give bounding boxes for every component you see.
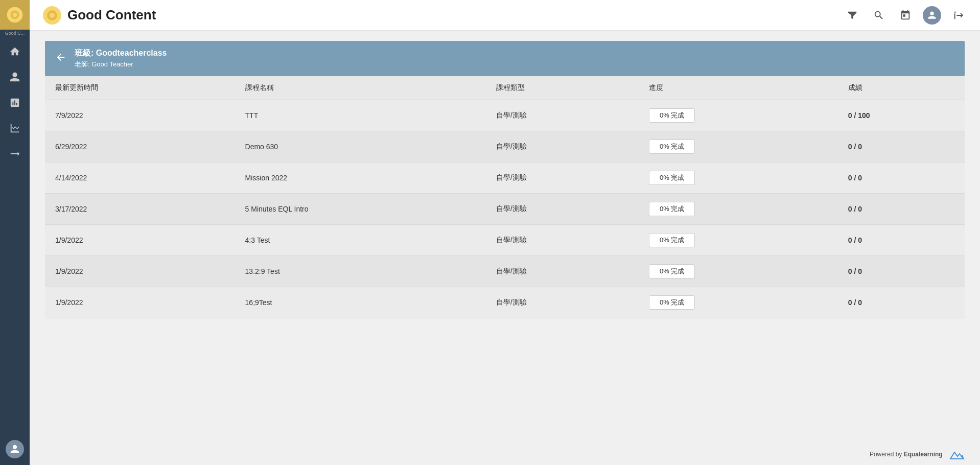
avatar-circle xyxy=(6,440,24,458)
table-row[interactable]: 3/17/20225 Minutes EQL Intro自學/測驗0% 完成0 … xyxy=(45,194,965,225)
progress-badge: 0% 完成 xyxy=(649,108,695,123)
progress-badge: 0% 完成 xyxy=(649,264,695,278)
cell-course-name[interactable]: 5 Minutes EQL Intro xyxy=(235,194,486,225)
cell-score: 0 / 0 xyxy=(838,162,965,194)
powered-by-label: Powered by xyxy=(870,451,904,458)
page-content: 班級: Goodteacherclass 老師: Good Teacher 最新… xyxy=(30,31,980,446)
sidebar-item-chart[interactable] xyxy=(0,141,30,167)
svg-point-2 xyxy=(13,13,17,17)
col-progress: 進度 xyxy=(639,76,838,100)
cell-date: 4/14/2022 xyxy=(45,162,235,194)
class-info: 班級: Goodteacherclass 老師: Good Teacher xyxy=(75,48,167,69)
cell-course-type: 自學/測驗 xyxy=(486,131,639,162)
user-profile-button[interactable] xyxy=(923,6,941,25)
sidebar-tab-text: Good C... xyxy=(0,30,30,39)
cell-course-type: 自學/測驗 xyxy=(486,287,639,318)
sidebar-user-avatar[interactable] xyxy=(0,435,30,465)
cell-progress: 0% 完成 xyxy=(639,225,838,256)
sidebar-item-home[interactable] xyxy=(0,39,30,64)
sidebar-item-report[interactable] xyxy=(0,90,30,115)
cell-progress: 0% 完成 xyxy=(639,100,838,131)
cell-course-name[interactable]: 4:3 Test xyxy=(235,225,486,256)
calendar-button[interactable] xyxy=(896,6,915,25)
courses-table-wrapper: 最新更新時間 課程名稱 課程類型 進度 成績 7/9/2022TTT自學/測驗0… xyxy=(45,76,965,318)
cell-progress: 0% 完成 xyxy=(639,194,838,225)
progress-badge: 0% 完成 xyxy=(649,295,695,310)
table-row[interactable]: 1/9/202213.2:9 Test自學/測驗0% 完成0 / 0 xyxy=(45,256,965,287)
cell-progress: 0% 完成 xyxy=(639,256,838,287)
col-date: 最新更新時間 xyxy=(45,76,235,100)
sidebar-item-stats[interactable] xyxy=(0,115,30,141)
search-button[interactable] xyxy=(870,6,888,25)
class-title: 班級: Goodteacherclass xyxy=(75,48,167,59)
cell-date: 7/9/2022 xyxy=(45,100,235,131)
table-row[interactable]: 7/9/2022TTT自學/測驗0% 完成0 / 100 xyxy=(45,100,965,131)
svg-point-5 xyxy=(50,13,55,18)
col-score: 成績 xyxy=(838,76,965,100)
progress-badge: 0% 完成 xyxy=(649,171,695,185)
cell-score: 0 / 0 xyxy=(838,225,965,256)
cell-date: 1/9/2022 xyxy=(45,287,235,318)
col-type: 課程類型 xyxy=(486,76,639,100)
class-teacher: 老師: Good Teacher xyxy=(75,60,167,69)
cell-date: 6/29/2022 xyxy=(45,131,235,162)
cell-course-name[interactable]: Demo 630 xyxy=(235,131,486,162)
cell-score: 0 / 0 xyxy=(838,194,965,225)
sidebar-logo-icon xyxy=(0,0,30,30)
header-logo xyxy=(42,5,62,26)
cell-course-name[interactable]: TTT xyxy=(235,100,486,131)
progress-badge: 0% 完成 xyxy=(649,233,695,247)
cell-course-name[interactable]: 13.2:9 Test xyxy=(235,256,486,287)
logout-button[interactable] xyxy=(949,6,968,25)
cell-course-type: 自學/測驗 xyxy=(486,162,639,194)
cell-date: 1/9/2022 xyxy=(45,256,235,287)
app-title: Good Content xyxy=(67,7,835,23)
cell-progress: 0% 完成 xyxy=(639,287,838,318)
cell-date: 3/17/2022 xyxy=(45,194,235,225)
back-button[interactable] xyxy=(55,52,66,65)
table-row[interactable]: 6/29/2022Demo 630自學/測驗0% 完成0 / 0 xyxy=(45,131,965,162)
brand-name: Equalearning xyxy=(904,451,943,458)
sidebar-item-user[interactable] xyxy=(0,64,30,90)
cell-score: 0 / 0 xyxy=(838,287,965,318)
cell-course-type: 自學/測驗 xyxy=(486,194,639,225)
sidebar: Good C... xyxy=(0,0,30,465)
table-row[interactable]: 1/9/202216;9Test自學/測驗0% 完成0 / 0 xyxy=(45,287,965,318)
cell-score: 0 / 0 xyxy=(838,131,965,162)
cell-score: 0 / 100 xyxy=(838,100,965,131)
filter-button[interactable] xyxy=(843,6,861,25)
progress-badge: 0% 完成 xyxy=(649,140,695,154)
table-row[interactable]: 1/9/20224:3 Test自學/測驗0% 完成0 / 0 xyxy=(45,225,965,256)
table-header-row: 最新更新時間 課程名稱 課程類型 進度 成績 xyxy=(45,76,965,100)
cell-course-type: 自學/測驗 xyxy=(486,256,639,287)
table-row[interactable]: 4/14/2022Mission 2022自學/測驗0% 完成0 / 0 xyxy=(45,162,965,194)
cell-progress: 0% 完成 xyxy=(639,162,838,194)
courses-table: 最新更新時間 課程名稱 課程類型 進度 成績 7/9/2022TTT自學/測驗0… xyxy=(45,76,965,318)
col-name: 課程名稱 xyxy=(235,76,486,100)
cell-course-type: 自學/測驗 xyxy=(486,225,639,256)
cell-score: 0 / 0 xyxy=(838,256,965,287)
cell-date: 1/9/2022 xyxy=(45,225,235,256)
main-content-area: Good Content 班級: Goodteacherclass 老師: Go… xyxy=(30,0,980,465)
footer: Powered by Equalearning xyxy=(30,446,980,465)
progress-badge: 0% 完成 xyxy=(649,202,695,216)
cell-course-type: 自學/測驗 xyxy=(486,100,639,131)
cell-progress: 0% 完成 xyxy=(639,131,838,162)
table-body: 7/9/2022TTT自學/測驗0% 完成0 / 1006/29/2022Dem… xyxy=(45,100,965,318)
class-banner: 班級: Goodteacherclass 老師: Good Teacher xyxy=(45,41,965,76)
cell-course-name[interactable]: 16;9Test xyxy=(235,287,486,318)
cell-course-name[interactable]: Mission 2022 xyxy=(235,162,486,194)
header: Good Content xyxy=(30,0,980,31)
